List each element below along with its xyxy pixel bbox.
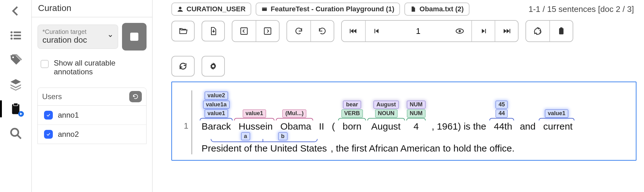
reload-button[interactable] bbox=[171, 56, 195, 77]
token[interactable]: , 1961) is the bbox=[427, 120, 488, 132]
tags-icon[interactable] bbox=[7, 53, 25, 67]
svg-marker-21 bbox=[375, 29, 378, 33]
token-text[interactable]: President of the United States bbox=[200, 143, 329, 154]
curation-target-select[interactable]: *Curation target curation doc bbox=[37, 24, 118, 49]
token-text[interactable]: , 1961) is the bbox=[427, 121, 488, 132]
breadcrumb-file[interactable]: Obama.txt (2) bbox=[404, 3, 469, 16]
main-area: CURATION_USER FeatureTest - Curation Pla… bbox=[153, 0, 644, 192]
token[interactable]: NUMNUM 4 bbox=[406, 101, 426, 132]
token-text[interactable]: ( bbox=[327, 121, 337, 132]
panel-title: Curation bbox=[32, 0, 152, 17]
layers-icon[interactable] bbox=[7, 78, 25, 91]
export-button[interactable] bbox=[202, 21, 225, 41]
annotation-tag[interactable]: a bbox=[241, 132, 250, 141]
annotation-tag[interactable]: NUM bbox=[407, 109, 425, 118]
annotation-tag[interactable]: NUM bbox=[407, 101, 425, 109]
token[interactable]: bearVERB born bbox=[338, 101, 366, 132]
undo-button[interactable] bbox=[287, 21, 310, 41]
svg-rect-16 bbox=[241, 28, 247, 35]
clipboard-icon[interactable] bbox=[7, 102, 25, 115]
annotation-arc bbox=[234, 118, 275, 120]
token[interactable]: AugustNOUN August bbox=[367, 101, 405, 132]
list-icon[interactable] bbox=[7, 29, 25, 42]
token-text[interactable]: Hussein bbox=[234, 121, 275, 132]
annotation-tag[interactable]: 44 bbox=[496, 109, 508, 118]
token-text[interactable]: Barack bbox=[200, 121, 233, 132]
annotation-arc bbox=[338, 118, 366, 120]
token[interactable]: (Mul...) Obama bbox=[276, 109, 313, 132]
token-text[interactable]: current bbox=[539, 121, 575, 132]
token-text[interactable]: 44th bbox=[489, 121, 514, 132]
search-icon[interactable] bbox=[7, 127, 25, 140]
annotation-tag[interactable]: NOUN bbox=[375, 109, 397, 118]
token-text[interactable]: and bbox=[515, 121, 537, 132]
svg-rect-1 bbox=[14, 32, 21, 33]
breadcrumb-user[interactable]: CURATION_USER bbox=[171, 3, 251, 16]
token[interactable]: value1 Hussein bbox=[234, 109, 275, 132]
annotation-tag[interactable]: value1a bbox=[203, 101, 230, 109]
svg-rect-3 bbox=[14, 35, 21, 36]
token-text[interactable]: 4 bbox=[406, 121, 426, 132]
token-text[interactable]: born bbox=[338, 121, 366, 132]
line-number: 1 bbox=[184, 121, 188, 131]
gutter: 1 bbox=[179, 90, 192, 154]
svg-point-4 bbox=[10, 38, 13, 40]
annotation-tag[interactable]: value1 bbox=[243, 109, 266, 118]
curation-target-label: *Curation target bbox=[42, 28, 113, 35]
last-page-button[interactable] bbox=[495, 21, 518, 41]
user-row[interactable]: anno1 bbox=[38, 106, 146, 125]
user-checkbox[interactable] bbox=[44, 130, 53, 139]
breadcrumb-project[interactable]: FeatureTest - Curation Playground (1) bbox=[256, 3, 400, 16]
token-text[interactable]: II bbox=[314, 121, 326, 132]
next-page-button[interactable] bbox=[471, 21, 495, 41]
show-all-checkbox[interactable] bbox=[41, 60, 49, 68]
token-text[interactable]: , the first African American to hold the… bbox=[329, 143, 517, 154]
settings-button[interactable] bbox=[202, 56, 225, 77]
annotation-arc bbox=[489, 118, 514, 120]
prev-page-button[interactable] bbox=[365, 21, 388, 41]
annotation-arc bbox=[406, 118, 426, 120]
user-row[interactable]: anno2 bbox=[38, 125, 146, 144]
annotation-tag[interactable]: value1 bbox=[205, 109, 228, 118]
token[interactable]: and bbox=[515, 120, 537, 132]
token-text[interactable]: Obama bbox=[276, 121, 313, 132]
annotation-canvas[interactable]: 1 value2value1avalue1Barackvalue1 Hussei… bbox=[171, 82, 636, 161]
annotation-tag[interactable]: b bbox=[278, 132, 287, 141]
annotation-tag[interactable]: value1 bbox=[545, 109, 568, 118]
token[interactable]: ( bbox=[327, 120, 337, 132]
svg-point-33 bbox=[212, 65, 214, 67]
svg-rect-14 bbox=[262, 7, 267, 8]
script-prev-button[interactable] bbox=[232, 21, 256, 41]
token[interactable]: 4544 44th bbox=[489, 101, 514, 132]
recycle-button[interactable] bbox=[526, 21, 549, 41]
line-1: value2value1avalue1Barackvalue1 Hussein(… bbox=[200, 92, 629, 132]
focus-button[interactable] bbox=[448, 21, 471, 41]
annotation-tag[interactable]: VERB bbox=[341, 109, 363, 118]
line-2: a b President of the United States , the… bbox=[200, 132, 629, 155]
annotation-tag[interactable]: value2 bbox=[205, 92, 228, 100]
open-button[interactable] bbox=[171, 21, 195, 41]
stop-button[interactable] bbox=[122, 23, 147, 51]
refresh-users-button[interactable] bbox=[129, 91, 142, 102]
script-next-button[interactable] bbox=[256, 21, 279, 41]
redo-button[interactable] bbox=[310, 21, 334, 41]
annotation-tag[interactable]: (Mul...) bbox=[282, 109, 306, 118]
annotation-tag[interactable]: bear bbox=[343, 101, 361, 109]
users-title: Users bbox=[42, 92, 62, 101]
clipboard-button[interactable] bbox=[549, 21, 573, 41]
svg-marker-18 bbox=[351, 29, 353, 33]
annotation-arc bbox=[539, 118, 575, 120]
token[interactable]: II bbox=[314, 120, 326, 132]
token[interactable]: value1 current bbox=[539, 109, 575, 132]
token-text[interactable]: August bbox=[367, 121, 405, 132]
svg-marker-27 bbox=[504, 29, 507, 33]
annotation-tag[interactable]: August bbox=[374, 101, 399, 109]
first-page-button[interactable] bbox=[342, 21, 365, 41]
token[interactable]: value2value1avalue1Barack bbox=[200, 92, 233, 132]
annotation-tag[interactable]: 45 bbox=[496, 101, 508, 109]
back-icon[interactable] bbox=[7, 4, 25, 18]
user-checkbox[interactable] bbox=[44, 111, 53, 120]
svg-marker-19 bbox=[353, 29, 356, 33]
breadcrumb: CURATION_USER FeatureTest - Curation Pla… bbox=[171, 3, 636, 16]
page-input[interactable] bbox=[388, 21, 448, 41]
